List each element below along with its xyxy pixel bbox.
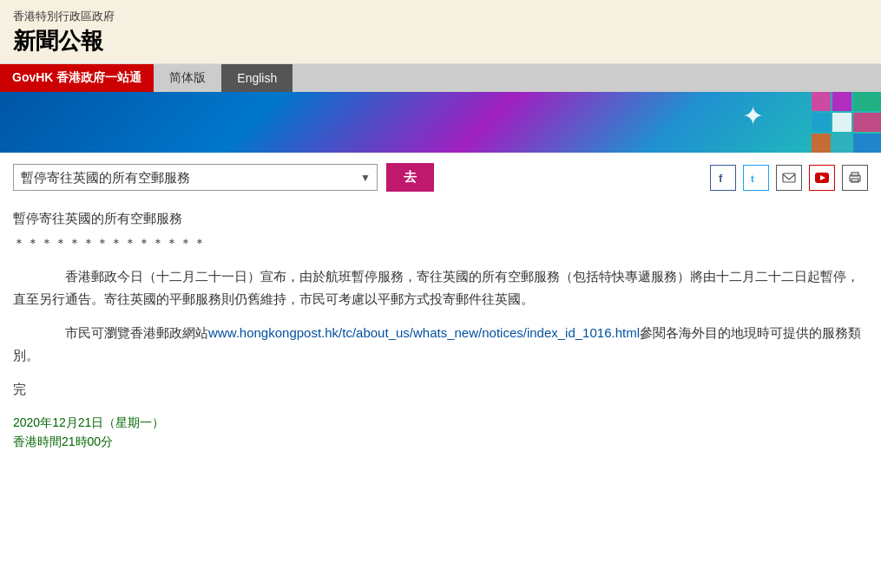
press-end: 完 <box>13 378 868 401</box>
svg-text:f: f <box>719 172 723 184</box>
email-icon[interactable] <box>776 165 802 191</box>
youtube-icon[interactable] <box>809 165 835 191</box>
banner-squares <box>777 92 881 153</box>
date-line2: 香港時間21時00分 <box>13 432 868 451</box>
banner-sparkle-icon: ✦ <box>742 101 777 135</box>
svg-rect-1 <box>832 92 851 111</box>
banner: ✦ <box>0 92 881 153</box>
date-line1: 2020年12月21日（星期一） <box>13 413 868 432</box>
svg-rect-4 <box>832 113 851 132</box>
header-title: 新聞公報 <box>13 26 868 56</box>
para2-link[interactable]: www.hongkongpost.hk/tc/about_us/whats_ne… <box>208 325 640 340</box>
press-release-title: 暫停寄往英國的所有空郵服務 <box>13 207 868 230</box>
header-subtitle: 香港特別行政區政府 <box>13 9 868 24</box>
navbar-govhk[interactable]: GovHK 香港政府一站通 <box>0 64 154 92</box>
navbar-english[interactable]: English <box>221 64 293 92</box>
svg-rect-6 <box>812 134 831 153</box>
stars-divider: ＊＊＊＊＊＊＊＊＊＊＊＊＊＊ <box>13 233 868 254</box>
toolbar-row: 暫停寄往英國的所有空郵服務 ▼ 去 f t <box>13 163 868 192</box>
press-release-select[interactable]: 暫停寄往英國的所有空郵服務 <box>13 164 378 191</box>
paragraph-1: 香港郵政今日（十二月二十一日）宣布，由於航班暫停服務，寄往英國的所有空郵服務（包… <box>13 265 868 310</box>
svg-rect-5 <box>853 113 881 132</box>
svg-rect-8 <box>853 134 881 153</box>
svg-rect-2 <box>853 92 881 111</box>
navbar-simplified[interactable]: 简体版 <box>154 64 221 92</box>
print-icon[interactable] <box>842 165 868 191</box>
social-icons: f t <box>710 165 868 191</box>
svg-rect-0 <box>812 92 831 111</box>
svg-rect-11 <box>783 173 795 182</box>
press-date: 2020年12月21日（星期一） 香港時間21時00分 <box>13 413 868 452</box>
navbar: GovHK 香港政府一站通 简体版 English <box>0 64 881 92</box>
go-button[interactable]: 去 <box>386 163 434 192</box>
para2-prefix: 市民可瀏覽香港郵政網站 <box>39 325 208 340</box>
twitter-icon[interactable]: t <box>743 165 769 191</box>
content-area: 暫停寄往英國的所有空郵服務 ▼ 去 f t <box>0 153 881 462</box>
press-release-body: 暫停寄往英國的所有空郵服務 ＊＊＊＊＊＊＊＊＊＊＊＊＊＊ 香港郵政今日（十二月二… <box>13 207 868 452</box>
dropdown-wrapper: 暫停寄往英國的所有空郵服務 ▼ <box>13 164 378 191</box>
svg-rect-7 <box>832 134 851 153</box>
svg-rect-3 <box>812 113 831 132</box>
facebook-icon[interactable]: f <box>710 165 736 191</box>
svg-text:t: t <box>751 173 754 184</box>
page-header: 香港特別行政區政府 新聞公報 <box>0 0 881 64</box>
paragraph-2: 市民可瀏覽香港郵政網站www.hongkongpost.hk/tc/about_… <box>13 322 868 366</box>
